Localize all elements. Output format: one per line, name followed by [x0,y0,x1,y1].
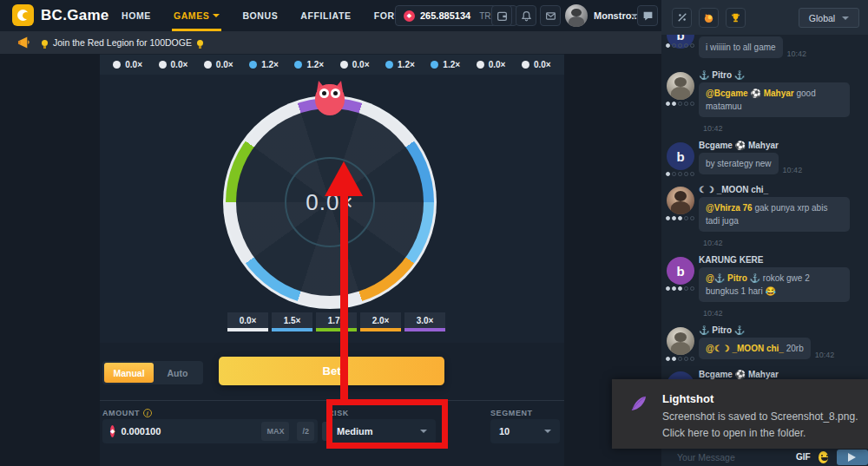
games-caret-icon [213,14,220,17]
notification-title: Lightshot [662,392,713,405]
segment-dropdown[interactable]: 10 [490,419,560,443]
user-avatar[interactable] [565,4,588,27]
medal-dot-icon [678,102,682,106]
chat-timestamp: 10:42 [703,124,723,133]
medal-dot-icon [678,216,682,220]
emoji-button[interactable] [819,451,828,463]
chat-mention[interactable]: @Bcgame ⚽ Mahyar [706,89,796,98]
manual-tab[interactable]: Manual [104,363,154,383]
gif-button[interactable]: GIF [796,452,811,462]
medal-dot-icon [690,216,694,220]
top-navbar: BC.Game HOMEGAMESBONUSAFFILIATEFORUM ◆ 2… [0,0,661,31]
chat-avatar[interactable] [667,187,694,214]
history-multiplier: 0.0× [125,60,142,69]
chat-username[interactable]: ⚓ Pitro ⚓ [699,325,863,335]
history-dot-icon [113,61,121,69]
legend-multiplier: 2.0× [360,312,401,331]
trx-coin-icon: ◆ [404,10,415,22]
wallet-button[interactable] [491,5,512,26]
chat-message-input[interactable] [675,451,796,463]
amount-input[interactable] [121,426,253,436]
annotation-rectangle [326,399,448,449]
chat-avatar[interactable]: b [667,142,694,170]
notifications-button[interactable] [516,5,536,26]
leaderboard-button[interactable] [726,8,746,28]
chat-bubble: i wiiiiin to all game [699,36,783,58]
announcement-bar[interactable]: Join the Red Legion for 100DOGE [0,31,661,54]
chat-bubble: @⚓ Pitro ⚓ rokok gwe 2 bungkus 1 hari 😂 [699,267,850,302]
chat-mention[interactable]: @⚓ Pitro ⚓ [706,273,763,283]
history-multiplier: 1.2× [306,60,324,69]
nav-link-label: GAMES [174,10,210,21]
history-multiplier: 1.2× [261,60,279,69]
medal-dot-icon [684,172,688,176]
history-multiplier: 1.2× [443,60,460,69]
brand-logo[interactable]: BC.Game [12,4,109,26]
medal-dot-icon [678,172,682,176]
annotation-arrow-line [340,194,348,400]
announcement-text: Join the Red Legion for 100DOGE [53,37,192,48]
medal-dot-icon [666,102,670,106]
history-dot-icon [294,61,302,69]
wheel-inner: 0.0× [236,108,424,296]
bc-logo-icon [12,4,34,26]
bulb-icon [197,40,203,46]
max-button[interactable]: MAX [261,422,289,441]
history-dot-icon [431,61,438,69]
chat-timestamp: 10:42 [703,239,723,247]
amount-label: AMOUNT [102,409,140,417]
auto-tab[interactable]: Auto [154,363,201,383]
medal-dot-icon [672,286,676,291]
chat-timestamp: 10:42 [783,166,803,174]
nav-link-bonus[interactable]: BONUS [242,0,278,31]
hot-bets-button[interactable] [699,8,719,28]
medal-dot-icon [690,286,694,291]
history-multiplier: 0.0× [216,60,233,69]
lightshot-notification[interactable]: Lightshot Screenshot is saved to Screens… [612,379,868,449]
info-icon[interactable]: i [143,409,152,417]
history-chip: 0.0× [113,60,142,69]
history-multiplier: 0.0× [489,60,506,69]
chat-bubble-icon [642,10,654,22]
chat-username[interactable]: Bcgame ⚽ Mahyar [699,370,863,379]
nav-link-home[interactable]: HOME [122,0,151,31]
history-multiplier: 0.0× [534,60,551,69]
dice-button[interactable] [672,8,692,28]
send-button[interactable] [837,450,868,465]
notification-body[interactable]: Screenshot is saved to Screenshot_8.png.… [662,409,858,441]
chat-avatar[interactable]: b [667,257,694,285]
chat-username[interactable]: Bcgame ⚽ Mahyar [699,141,863,150]
medal-dot-icon [684,216,688,220]
bet-button[interactable]: Bet [219,357,444,385]
chat-room-value: Global [809,13,835,23]
amount-field: ◆ MAX /2 x2 MIN [102,419,318,443]
chat-mention[interactable]: @Vhirza 76 [706,203,754,213]
chat-message: bi wiiiiin to all game10:42 [666,36,863,62]
chat-username[interactable]: ⚓ Pitro ⚓ [699,70,863,80]
owl-mascot-icon [314,81,345,115]
announcement-text-row: Join the Red Legion for 100DOGE [42,37,203,48]
fireball-icon [703,12,714,23]
mail-button[interactable] [540,5,561,26]
chat-avatar[interactable] [667,327,694,355]
dice-icon [677,12,687,23]
half-button[interactable]: /2 [297,422,314,441]
history-dot-icon [385,61,393,69]
chat-mention[interactable]: @☾☽ _MOON chi_ [706,344,786,353]
chat-toggle-button[interactable] [637,5,658,26]
megaphone-icon [17,36,32,49]
nav-link-label: AFFILIATE [300,10,351,21]
notification-line1: Screenshot is saved to Screenshot_8.png. [662,410,858,423]
wheel-panel: 0.0× 0.0×1.5×1.7×2.0×3.0× [100,75,564,343]
segment-caret-icon [544,430,551,433]
medal-dot-icon [684,102,688,106]
medal-dot-icon [690,102,694,106]
legend-multiplier: 3.0× [404,312,445,331]
chat-username[interactable]: KARUNG KERE [699,255,863,265]
nav-link-affiliate[interactable]: AFFILIATE [300,0,351,31]
chat-avatar[interactable] [667,72,694,100]
chat-username[interactable]: ☾☽ _MOON chi_ [699,185,863,194]
nav-link-games[interactable]: GAMES [174,0,220,31]
amount-label-row: AMOUNT i [102,409,152,417]
chat-room-dropdown[interactable]: Global [799,8,859,28]
